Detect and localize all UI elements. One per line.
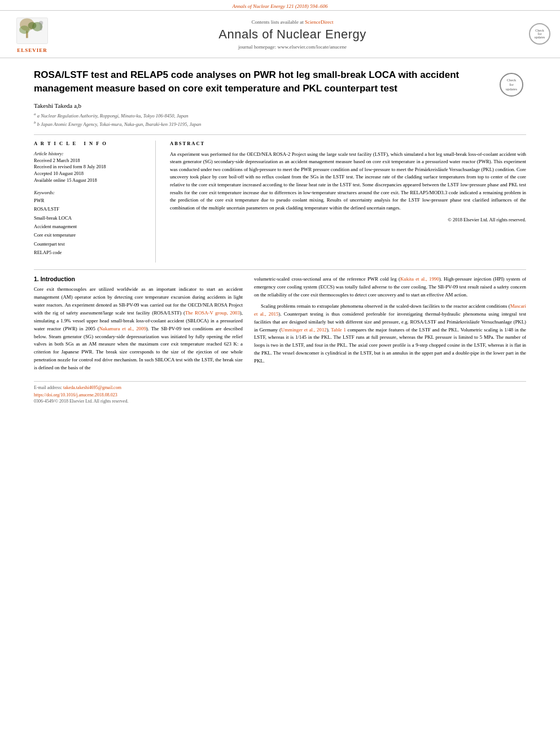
article-body: 1. Introduction Core exit thermocouples … <box>34 276 526 375</box>
history-label: Article history: <box>34 151 141 156</box>
intro-paragraph-right-1: volumetric-scaled cross-sectional area o… <box>254 276 526 299</box>
article-meta: A R T I C L E I N F O Article history: R… <box>34 134 526 263</box>
elsevier-label: ELSEVIER <box>17 47 47 53</box>
footer-doi: https://doi.org/10.1016/j.anucene.2018.0… <box>34 392 526 397</box>
check-updates-circle: Checkforupdates <box>529 23 550 45</box>
abstract-section: ABSTRACT An experiment was performed for… <box>170 141 526 263</box>
revised-date: Received in revised form 8 July 2018 <box>34 164 141 171</box>
keyword-counterpart: Counterpart test <box>34 240 141 248</box>
footer-email: E-mail address: takeda.takeshi4695@gmail… <box>34 385 526 390</box>
email-link[interactable]: takeda.takeshi4695@gmail.com <box>63 385 121 390</box>
mascari-link[interactable]: Mascari et al., 2015 <box>254 303 526 317</box>
keywords-label: Keywords: <box>34 190 141 195</box>
vertical-divider <box>155 141 156 263</box>
intro-paragraph-right-2: Scaling problems remain to extrapolate p… <box>254 303 526 365</box>
keyword-rosa: ROSA/LSTF <box>34 205 141 213</box>
article-history: Article history: Received 2 March 2018 R… <box>34 151 141 185</box>
affiliation-b: b b Japan Atomic Energy Agency, Tokai-mu… <box>34 120 491 129</box>
article-check-badge: Checkforupdates <box>500 73 523 97</box>
keyword-cet: Core exit temperature <box>34 231 141 239</box>
abstract-text: An experiment was performed for the OECD… <box>170 151 526 212</box>
keyword-am: Accident management <box>34 222 141 231</box>
contents-line: Contents lists available at ScienceDirec… <box>64 19 520 25</box>
article-info-header: A R T I C L E I N F O <box>34 141 141 146</box>
keywords-section: Keywords: PWR ROSA/LSTF Small-break LOCA… <box>34 190 141 257</box>
kukita-link[interactable]: Kukita et al., 1990 <box>400 276 439 282</box>
available-date: Available online 15 August 2018 <box>34 177 141 184</box>
accepted-date: Accepted 10 August 2018 <box>34 171 141 177</box>
svg-point-4 <box>19 25 29 34</box>
elsevier-logo: ELSEVIER <box>7 15 58 53</box>
body-divider <box>34 269 526 270</box>
svg-point-6 <box>39 21 43 25</box>
article-info: A R T I C L E I N F O Article history: R… <box>34 141 141 263</box>
abstract-header: ABSTRACT <box>170 141 526 146</box>
body-col-right-text: volumetric-scaled cross-sectional area o… <box>254 276 526 365</box>
body-col-right: volumetric-scaled cross-sectional area o… <box>254 276 526 375</box>
affiliation-a: a a Nuclear Regulation Authority, Roppon… <box>34 111 491 120</box>
doi-link[interactable]: https://doi.org/10.1016/j.anucene.2018.0… <box>34 392 117 397</box>
umminger-link[interactable]: Umminger et al., 2012 <box>281 327 327 333</box>
svg-point-5 <box>28 22 37 29</box>
sciencedirect-link[interactable]: ScienceDirect <box>305 19 333 25</box>
svg-rect-7 <box>40 25 42 30</box>
article-title: ROSA/LSTF test and RELAP5 code analyses … <box>34 68 491 95</box>
authors: Takeshi Takeda a,b <box>34 102 491 109</box>
journal-header: ELSEVIER Contents lists available at Sci… <box>0 10 560 58</box>
keyword-pwr: PWR <box>34 196 141 205</box>
table1-link[interactable]: Table 1 <box>331 327 345 333</box>
intro-paragraph-left: Core exit thermocouples are utilized wor… <box>34 286 243 372</box>
footer-copyright: 0306-4549/© 2018 Elsevier Ltd. All right… <box>34 399 526 404</box>
article-check-updates: Checkforupdates <box>497 73 526 98</box>
elsevier-tree-icon <box>12 15 52 46</box>
journal-homepage: journal homepage: www.elsevier.com/locat… <box>64 44 520 50</box>
journal-center: Contents lists available at ScienceDirec… <box>64 19 520 50</box>
journal-title: Annals of Nuclear Energy <box>64 27 520 42</box>
copyright-line: © 2018 Elsevier Ltd. All rights reserved… <box>170 217 526 222</box>
rosa-v-link[interactable]: The ROSA-V group, 2003 <box>185 310 240 316</box>
section1-title: 1. Introduction <box>34 276 243 282</box>
keyword-relap5: RELAP5 code <box>34 248 141 257</box>
journal-ref-text: Annals of Nuclear Energy 121 (2018) 594–… <box>232 3 327 9</box>
article-title-text: ROSA/LSTF test and RELAP5 code analyses … <box>34 68 491 129</box>
keyword-sbloca: Small-break LOCA <box>34 214 141 222</box>
check-updates-badge: Checkforupdates <box>526 23 553 46</box>
article-title-section: ROSA/LSTF test and RELAP5 code analyses … <box>0 58 560 134</box>
body-col-left-text: Core exit thermocouples are utilized wor… <box>34 286 243 372</box>
journal-reference-bar: Annals of Nuclear Energy 121 (2018) 594–… <box>0 0 560 10</box>
nakamura-link[interactable]: Nakamura et al., 2009 <box>99 326 146 331</box>
body-col-left: 1. Introduction Core exit thermocouples … <box>34 276 243 375</box>
received-date: Received 2 March 2018 <box>34 158 141 164</box>
article-footer: E-mail address: takeda.takeshi4695@gmail… <box>34 381 526 404</box>
